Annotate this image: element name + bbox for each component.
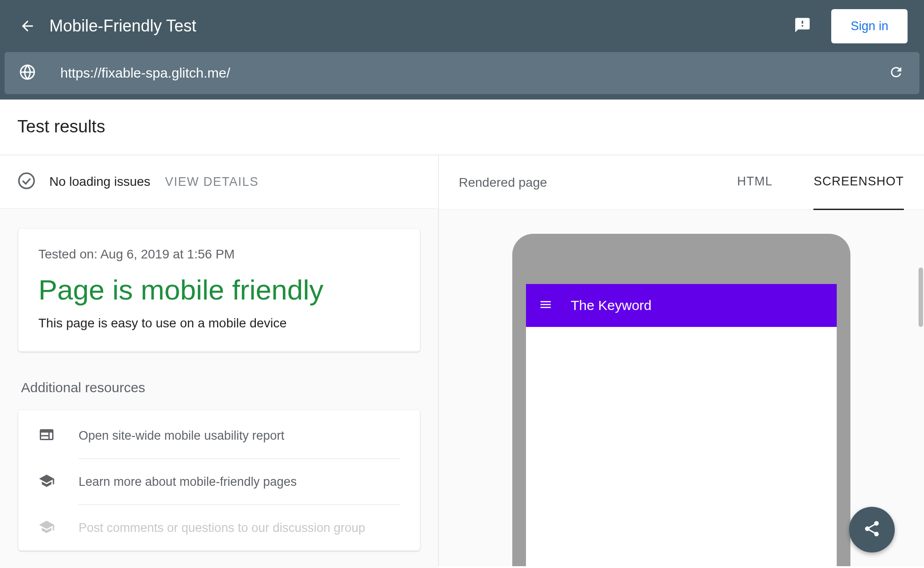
top-bar: Mobile-Friendly Test Sign in <box>0 0 924 52</box>
phone-frame: The Keyword <box>512 234 850 566</box>
resource-label: Open site-wide mobile usability report <box>79 429 284 443</box>
share-fab[interactable] <box>849 507 895 552</box>
resource-item-learn-more[interactable]: Learn more about mobile-friendly pages <box>38 459 400 505</box>
back-arrow-icon[interactable] <box>19 18 36 34</box>
url-bar-container: https://fixable-spa.glitch.me/ <box>0 52 924 100</box>
right-pane: Rendered page HTML SCREENSHOT The Keywor… <box>439 155 924 566</box>
share-icon <box>863 520 881 540</box>
url-input[interactable]: https://fixable-spa.glitch.me/ <box>60 65 888 81</box>
tested-on-label: Tested on: Aug 6, 2019 at 1:56 PM <box>38 247 400 262</box>
resources-heading: Additional resources <box>18 352 420 410</box>
resource-item-usability-report[interactable]: Open site-wide mobile usability report <box>38 413 400 458</box>
preview-area: The Keyword <box>439 210 924 566</box>
svg-point-2 <box>19 173 34 188</box>
loading-issues-row: No loading issues VIEW DETAILS <box>0 155 438 209</box>
resource-label: Post comments or questions to our discus… <box>79 521 365 535</box>
resource-item-discussion[interactable]: Post comments or questions to our discus… <box>38 505 400 551</box>
result-card: Tested on: Aug 6, 2019 at 1:56 PM Page i… <box>18 229 420 352</box>
phone-screen: The Keyword <box>526 284 837 566</box>
reload-icon[interactable] <box>888 64 904 82</box>
feedback-icon[interactable] <box>794 16 811 36</box>
sign-in-button[interactable]: Sign in <box>831 9 908 43</box>
results-header: Test results <box>0 100 924 155</box>
view-details-button[interactable]: VIEW DETAILS <box>165 175 259 189</box>
phone-title: The Keyword <box>571 298 652 313</box>
resources-card: Open site-wide mobile usability report L… <box>18 410 420 551</box>
results-heading: Test results <box>17 117 907 137</box>
tab-html[interactable]: HTML <box>737 154 773 210</box>
verdict-heading: Page is mobile friendly <box>38 273 400 306</box>
check-circle-icon <box>17 172 36 192</box>
rendered-page-label: Rendered page <box>459 175 696 190</box>
loading-status-label: No loading issues <box>49 174 150 189</box>
school-icon <box>38 473 60 491</box>
url-bar[interactable]: https://fixable-spa.glitch.me/ <box>5 52 919 94</box>
page-title: Mobile-Friendly Test <box>49 16 196 36</box>
verdict-description: This page is easy to use on a mobile dev… <box>38 316 400 331</box>
web-icon <box>38 426 60 445</box>
scrollbar[interactable] <box>919 268 923 327</box>
left-pane: No loading issues VIEW DETAILS Tested on… <box>0 155 439 566</box>
right-header: Rendered page HTML SCREENSHOT <box>439 155 924 210</box>
resource-label: Learn more about mobile-friendly pages <box>79 475 297 489</box>
hamburger-icon <box>539 298 552 313</box>
globe-icon <box>19 64 36 82</box>
school-icon <box>38 519 60 537</box>
tab-screenshot[interactable]: SCREENSHOT <box>813 154 904 210</box>
phone-header: The Keyword <box>526 284 837 327</box>
